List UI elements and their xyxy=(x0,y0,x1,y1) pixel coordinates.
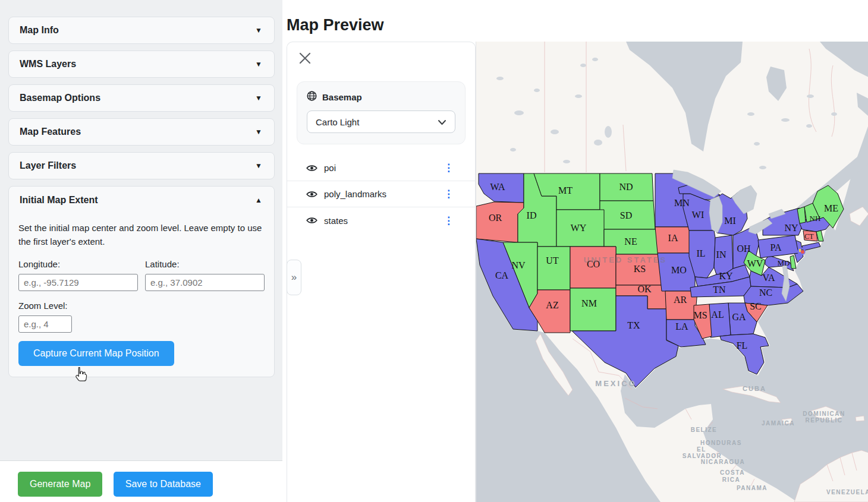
state-label: MS xyxy=(693,310,707,320)
basemap-place-label: JAMAICA xyxy=(762,420,795,427)
basemap-place-label: BELIZE xyxy=(691,427,718,433)
state-AL[interactable] xyxy=(709,303,731,337)
admin-border xyxy=(831,65,835,137)
map-preview-canvas[interactable]: WAORIDMTNDSDWYNENVUTCACOKSAZNMOKTXMNIAMO… xyxy=(476,42,868,502)
ocean-water xyxy=(857,93,868,116)
state-label: NY xyxy=(784,223,798,233)
state-label: PA xyxy=(770,242,782,252)
caret-down-icon: ▼ xyxy=(255,26,262,34)
state-label: WV xyxy=(747,258,763,269)
state-label: LA xyxy=(675,321,688,331)
accordion-map-info[interactable]: Map Info▼ xyxy=(8,17,275,44)
caret-up-icon: ▲ xyxy=(255,196,262,204)
state-label: TX xyxy=(627,320,640,330)
landmass xyxy=(856,416,864,421)
state-label: IA xyxy=(668,233,678,243)
state-label: ME xyxy=(824,203,838,213)
state-label: NV xyxy=(511,260,526,270)
latitude-input[interactable] xyxy=(145,274,265,291)
state-label: TN xyxy=(713,285,726,295)
chevron-double-right-icon: » xyxy=(291,271,297,283)
state-label: SC xyxy=(750,301,762,311)
state-label: WA xyxy=(490,182,505,192)
state-NM[interactable] xyxy=(570,288,616,331)
state-label: NE xyxy=(624,236,637,247)
basemap-place-label: DOMINICAN xyxy=(803,411,845,417)
basemap-place-label: VENEZUELA xyxy=(826,489,868,495)
basemap-place-label: NICARAGUA xyxy=(701,459,746,465)
state-label: KY xyxy=(719,271,733,281)
state-UT[interactable] xyxy=(537,247,570,290)
close-icon[interactable] xyxy=(297,50,313,66)
capture-map-position-button[interactable]: Capture Current Map Position xyxy=(18,341,174,366)
ocean-water xyxy=(626,42,743,151)
state-label: MO xyxy=(671,265,687,275)
small-lake xyxy=(563,160,570,163)
admin-border xyxy=(623,125,626,171)
visibility-eye-icon[interactable] xyxy=(306,216,317,225)
state-label: WY xyxy=(571,223,587,233)
state-label: OH xyxy=(737,244,751,254)
panel-title: Initial Map Extent xyxy=(20,195,98,206)
save-to-database-button[interactable]: Save to Database xyxy=(114,472,213,497)
ocean-water xyxy=(766,67,787,101)
caret-down-icon: ▼ xyxy=(255,162,262,170)
layer-menu-icon[interactable]: ⋮ xyxy=(444,216,454,226)
state-label: OR xyxy=(489,213,502,223)
state-label: VA xyxy=(762,273,775,283)
state-shape[interactable] xyxy=(790,255,796,269)
page-title: Map Preview xyxy=(287,16,384,34)
small-lake xyxy=(514,110,524,115)
panel-title: Map Info xyxy=(20,25,59,36)
layer-name: poi xyxy=(324,163,444,173)
poi-marker xyxy=(801,250,804,254)
layer-list: poi⋮poly_landmarks⋮states⋮ xyxy=(287,155,475,233)
state-label: AL xyxy=(711,310,724,320)
layer-menu-icon[interactable]: ⋮ xyxy=(444,189,454,199)
accordion-layer-filters[interactable]: Layer Filters▼ xyxy=(8,152,275,179)
small-lake xyxy=(759,166,766,169)
basemap-place-label: UNITED STATES xyxy=(584,255,667,264)
layer-menu-icon[interactable]: ⋮ xyxy=(444,163,454,173)
state-label: MN xyxy=(674,198,690,208)
panel-body: Set the initial map center and zoom leve… xyxy=(9,214,274,366)
chevron-down-icon xyxy=(438,117,446,127)
state-label: CT xyxy=(804,232,814,241)
zoom-level-input[interactable] xyxy=(18,315,72,333)
basemap-select[interactable]: Carto Light xyxy=(307,110,455,133)
layer-row-poi: poi⋮ xyxy=(287,155,475,181)
visibility-eye-icon[interactable] xyxy=(306,164,317,172)
caret-down-icon: ▼ xyxy=(255,94,262,102)
longitude-label: Longitude: xyxy=(18,259,138,269)
small-lake xyxy=(534,89,540,92)
admin-border xyxy=(685,409,691,419)
small-lake xyxy=(605,126,612,138)
generate-map-button[interactable]: Generate Map xyxy=(18,472,102,497)
landmark-highlight xyxy=(799,249,801,252)
accordion-wms-layers[interactable]: WMS Layers▼ xyxy=(8,50,275,78)
basemap-place-label: PANAMA xyxy=(737,485,768,491)
layer-row-poly_landmarks: poly_landmarks⋮ xyxy=(287,181,475,207)
drawer-collapse-handle[interactable]: » xyxy=(287,260,301,295)
state-label: OK xyxy=(637,284,652,294)
state-label: KS xyxy=(634,264,646,274)
basemap-place-label: REPUBLIC xyxy=(805,417,842,424)
basemap-selected-value: Carto Light xyxy=(316,117,359,127)
state-label: UT xyxy=(546,255,559,266)
accordion-list: Map Info▼WMS Layers▼Basemap Options▼Map … xyxy=(8,17,275,179)
state-label: NM xyxy=(581,298,597,308)
accordion-map-features[interactable]: Map Features▼ xyxy=(8,118,275,146)
accordion-basemap-options[interactable]: Basemap Options▼ xyxy=(8,84,275,112)
small-lake xyxy=(592,58,598,61)
panel-initial-map-extent: Initial Map Extent ▲ Set the initial map… xyxy=(8,186,275,377)
panel-initial-map-extent-header[interactable]: Initial Map Extent ▲ xyxy=(9,187,274,214)
caret-down-icon: ▼ xyxy=(255,60,262,68)
layer-row-states: states⋮ xyxy=(287,207,475,233)
longitude-input[interactable] xyxy=(18,274,138,291)
state-label: SD xyxy=(620,210,632,220)
admin-border xyxy=(809,49,816,132)
small-lake xyxy=(580,64,586,67)
panel-title: WMS Layers xyxy=(20,59,76,70)
visibility-eye-icon[interactable] xyxy=(306,190,317,198)
small-lake xyxy=(754,142,760,146)
